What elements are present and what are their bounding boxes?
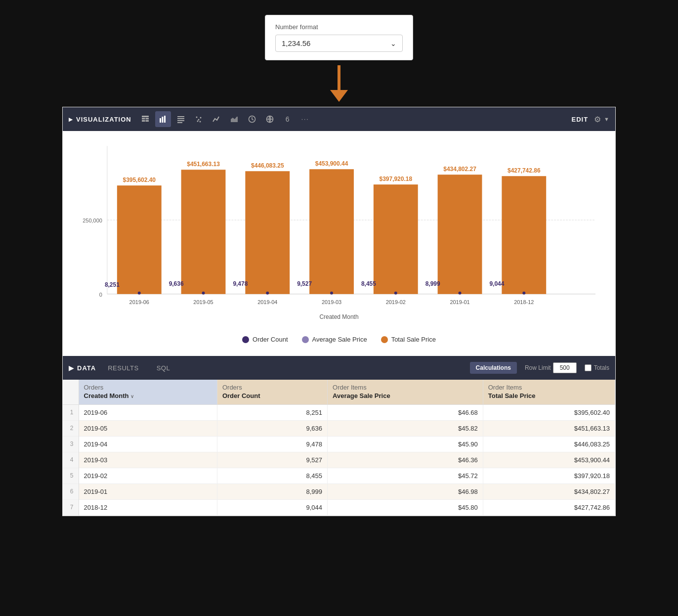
number-format-select[interactable]: 1,234.56 ⌄ xyxy=(275,35,403,52)
svg-text:2019-01: 2019-01 xyxy=(450,299,469,305)
data-table-container: Orders Created Month ∨ Orders Order Coun… xyxy=(63,380,615,516)
svg-text:2019-04: 2019-04 xyxy=(257,299,277,305)
svg-text:$395,602.40: $395,602.40 xyxy=(123,176,156,183)
total-sale-legend-dot xyxy=(381,336,388,343)
table-icon-btn[interactable] xyxy=(137,111,153,127)
cell-month: 2019-03 xyxy=(79,452,217,468)
data-collapse-icon[interactable]: ▶ xyxy=(69,364,74,372)
cell-total-sale-price: $434,802.27 xyxy=(483,484,615,499)
chart-area: 250,000 0 $395,602.40 8,251 2019-06 $451… xyxy=(63,131,615,356)
col-header-avg-sale-price[interactable]: Order Items Average Sale Price xyxy=(328,380,483,404)
number-format-value: 1,234.56 xyxy=(282,39,310,47)
tab-results[interactable]: RESULTS xyxy=(100,361,147,375)
svg-rect-0 xyxy=(142,116,149,117)
bar-2019-04[interactable] xyxy=(245,171,290,294)
list-icon-btn[interactable] xyxy=(173,111,189,127)
bar-2019-02[interactable] xyxy=(374,184,418,294)
arrow-head xyxy=(330,90,348,102)
calculations-button[interactable]: Calculations xyxy=(470,362,517,374)
visualization-header: ▶ VISUALIZATION xyxy=(63,107,615,131)
cell-avg-sale-price: $45.82 xyxy=(328,420,483,436)
bar-chart-icon-btn[interactable] xyxy=(155,111,171,127)
bar-2019-06[interactable] xyxy=(117,185,162,294)
svg-rect-3 xyxy=(142,120,145,122)
svg-text:$446,083.25: $446,083.25 xyxy=(251,162,284,169)
order-count-legend-label: Order Count xyxy=(253,336,288,343)
number-format-panel: Number format 1,234.56 ⌄ xyxy=(265,15,413,60)
svg-rect-4 xyxy=(145,120,149,122)
cell-month: 2019-04 xyxy=(79,436,217,452)
cell-total-sale-price: $453,900.44 xyxy=(483,452,615,468)
bar-2019-01[interactable] xyxy=(438,175,482,294)
svg-text:8,251: 8,251 xyxy=(105,281,120,288)
svg-text:$451,663.13: $451,663.13 xyxy=(187,161,220,168)
svg-point-50 xyxy=(330,292,333,295)
down-arrow xyxy=(330,65,348,102)
more-icon-btn[interactable]: ··· xyxy=(297,111,313,127)
edit-button[interactable]: EDIT xyxy=(571,116,588,123)
ellipsis-icon: ··· xyxy=(301,116,309,123)
svg-point-16 xyxy=(199,121,201,123)
svg-point-12 xyxy=(196,117,197,118)
svg-point-52 xyxy=(459,292,462,295)
legend-order-count: Order Count xyxy=(242,336,288,343)
avg-sale-legend-dot xyxy=(302,336,309,343)
cell-order-count: 8,999 xyxy=(217,484,327,499)
legend-total-sale-price: Total Sale Price xyxy=(381,336,436,343)
arrow-shaft xyxy=(338,65,340,90)
cell-total-sale-price: $446,083.25 xyxy=(483,436,615,452)
svg-text:2019-02: 2019-02 xyxy=(386,299,406,305)
row-number: 2 xyxy=(63,420,79,436)
svg-point-51 xyxy=(394,292,397,295)
cell-avg-sale-price: $46.36 xyxy=(328,452,483,468)
data-header: ▶ DATA RESULTS SQL Calculations Row Limi… xyxy=(63,356,615,380)
chart-svg: 250,000 0 $395,602.40 8,251 2019-06 $451… xyxy=(78,141,600,329)
bar-2019-03[interactable] xyxy=(309,169,354,294)
cell-order-count: 9,478 xyxy=(217,436,327,452)
svg-point-47 xyxy=(138,292,141,295)
cell-total-sale-price: $395,602.40 xyxy=(483,404,615,420)
cell-avg-sale-price: $45.90 xyxy=(328,436,483,452)
svg-point-49 xyxy=(266,292,269,295)
collapse-arrow-icon[interactable]: ▶ xyxy=(69,117,73,122)
row-number: 3 xyxy=(63,436,79,452)
totals-checkbox[interactable] xyxy=(585,364,592,371)
bar-2018-12[interactable] xyxy=(502,176,546,294)
svg-point-15 xyxy=(197,121,198,122)
col-header-created-month[interactable]: Orders Created Month ∨ xyxy=(79,380,217,404)
col-header-order-count[interactable]: Orders Order Count xyxy=(217,380,327,404)
cell-total-sale-price: $397,920.18 xyxy=(483,468,615,484)
legend-avg-sale-price: Average Sale Price xyxy=(302,336,367,343)
svg-text:$427,742.86: $427,742.86 xyxy=(508,167,541,174)
avg-sale-legend-label: Average Sale Price xyxy=(312,336,367,343)
row-number: 6 xyxy=(63,484,79,499)
area-icon-btn[interactable] xyxy=(226,111,242,127)
cell-avg-sale-price: $46.68 xyxy=(328,404,483,420)
bar-2019-05[interactable] xyxy=(181,170,226,294)
scatter-icon-btn[interactable] xyxy=(191,111,207,127)
row-number: 5 xyxy=(63,468,79,484)
line-icon-btn[interactable] xyxy=(209,111,224,127)
row-number: 4 xyxy=(63,452,79,468)
visualization-title: ▶ VISUALIZATION xyxy=(69,116,131,123)
svg-text:9,478: 9,478 xyxy=(233,280,248,287)
number-icon-btn[interactable]: 6 xyxy=(280,111,296,127)
gear-dropdown-arrow-icon[interactable]: ▼ xyxy=(604,116,609,122)
svg-rect-2 xyxy=(145,118,149,120)
map-icon-btn[interactable] xyxy=(262,111,278,127)
svg-text:$397,920.18: $397,920.18 xyxy=(380,176,413,182)
col-header-total-sale-price[interactable]: Order Items Total Sale Price xyxy=(483,380,615,404)
tab-sql[interactable]: SQL xyxy=(149,361,178,375)
svg-rect-1 xyxy=(142,118,145,120)
row-limit-input[interactable] xyxy=(553,362,577,373)
order-count-legend-dot xyxy=(242,336,249,343)
gear-icon[interactable]: ⚙ xyxy=(594,115,601,124)
svg-point-13 xyxy=(198,119,199,121)
clock-icon-btn[interactable] xyxy=(244,111,260,127)
svg-rect-10 xyxy=(177,120,184,121)
number-format-label: Number format xyxy=(275,23,403,31)
svg-text:2018-12: 2018-12 xyxy=(514,299,534,305)
svg-point-14 xyxy=(200,117,201,119)
svg-rect-8 xyxy=(177,116,184,117)
cell-avg-sale-price: $45.72 xyxy=(328,468,483,484)
